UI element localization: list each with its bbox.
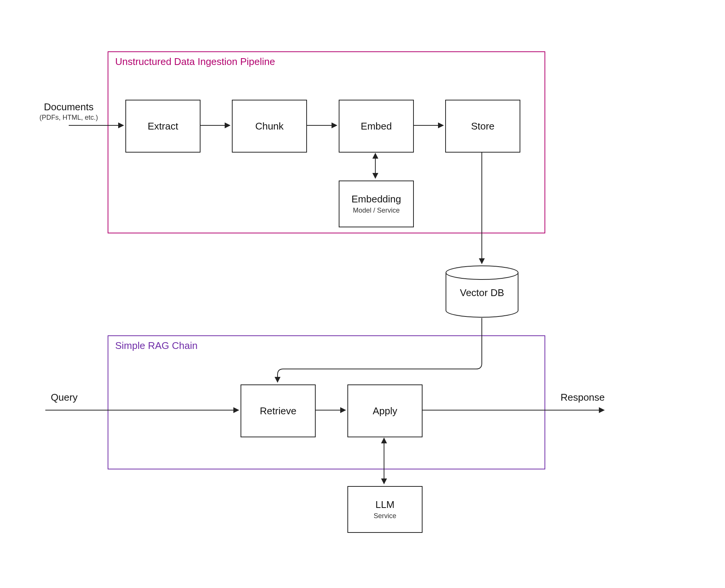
node-apply: Apply <box>347 384 423 437</box>
group-rag-chain-title: Simple RAG Chain <box>115 340 197 352</box>
label-query-title: Query <box>51 392 78 403</box>
group-rag-chain: Simple RAG Chain <box>108 335 545 469</box>
node-extract: Extract <box>125 100 201 153</box>
label-query: Query <box>42 392 87 403</box>
node-embed-title: Embed <box>361 120 392 132</box>
label-documents-sub: (PDFs, HTML, etc.) <box>35 114 103 122</box>
node-chunk: Chunk <box>232 100 307 153</box>
node-retrieve: Retrieve <box>241 384 316 437</box>
label-response: Response <box>552 392 613 403</box>
group-ingestion-pipeline-title: Unstructured Data Ingestion Pipeline <box>115 56 275 68</box>
node-retrieve-title: Retrieve <box>260 405 296 417</box>
node-llm-service: LLM Service <box>347 486 423 533</box>
node-llm-service-title: LLM <box>375 499 395 511</box>
node-vector-db-title: Vector DB <box>445 287 519 299</box>
node-apply-title: Apply <box>373 405 397 417</box>
node-vector-db: Vector DB <box>445 265 519 318</box>
svg-point-0 <box>446 266 518 279</box>
node-embedding-service: Embedding Model / Service <box>339 181 414 227</box>
label-documents: Documents (PDFs, HTML, etc.) <box>35 101 103 122</box>
label-response-title: Response <box>560 392 605 403</box>
node-embedding-service-title: Embedding <box>352 193 401 205</box>
node-chunk-title: Chunk <box>255 120 284 132</box>
diagram-canvas: Unstructured Data Ingestion Pipeline Sim… <box>0 0 725 588</box>
node-store-title: Store <box>471 120 494 132</box>
node-store: Store <box>445 100 520 153</box>
label-documents-title: Documents <box>44 101 94 113</box>
node-llm-service-sub: Service <box>373 512 396 520</box>
node-embed: Embed <box>339 100 414 153</box>
node-embedding-service-sub: Model / Service <box>353 207 400 215</box>
node-extract-title: Extract <box>148 120 178 132</box>
